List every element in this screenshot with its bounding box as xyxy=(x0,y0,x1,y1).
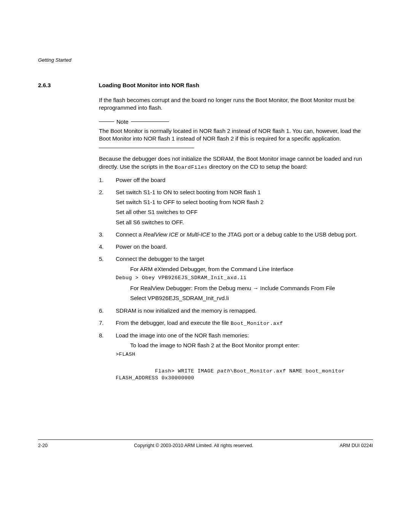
step-4: 4. Power on the board. xyxy=(99,243,373,251)
step-1: 1. Power off the board xyxy=(99,176,373,184)
arrow-icon: → xyxy=(253,285,258,291)
inline-code: BoardFiles xyxy=(175,165,207,170)
italic-term: Multi-ICE xyxy=(187,231,210,238)
step-line: Set all S6 switches to OFF. xyxy=(116,219,373,226)
section-title: Loading Boot Monitor into NOR flash xyxy=(99,82,199,88)
step-number: 2. xyxy=(99,189,116,226)
footer-row: 2-20 Copyright © 2003-2010 ARM Limited. … xyxy=(38,443,373,448)
step-content: Load the image into one of the NOR flash… xyxy=(116,332,373,392)
body-column: If the flash becomes corrupt and the boa… xyxy=(99,96,373,392)
step-text: Load the image into one of the NOR flash… xyxy=(116,332,373,339)
code-text: \Boot_Monitor.axf NAME boot_monitor FLAS… xyxy=(116,368,348,381)
text: From the debugger, load and execute the … xyxy=(116,320,231,326)
rule-line xyxy=(99,121,114,122)
code-line: Flash> WRITE IMAGE path\Boot_Monitor.axf… xyxy=(116,361,373,389)
section-heading: 2.6.3 Loading Boot Monitor into NOR flas… xyxy=(38,82,373,89)
step-content: Connect a RealView ICE or Multi-ICE to t… xyxy=(116,231,373,238)
sub-text: To load the image to NOR flash 2 at the … xyxy=(130,342,373,349)
doc-id: ARM DUI 0224I xyxy=(339,443,373,448)
footer-rule xyxy=(38,439,373,440)
step-3: 3. Connect a RealView ICE or Multi-ICE t… xyxy=(99,231,373,238)
note-label: Note xyxy=(114,118,131,126)
sub-text: Select VPB926EJS_SDRAM_Init_rvd.li xyxy=(130,294,373,302)
page: Getting Started 2.6.3 Loading Boot Monit… xyxy=(0,0,411,532)
step-number: 3. xyxy=(99,231,116,238)
text: to the JTAG port or a debug cable to the… xyxy=(210,231,357,238)
step-number: 8. xyxy=(99,332,116,392)
code-text: Flash> WRITE IMAGE xyxy=(155,368,217,374)
step-line: Set switch S1-1 to ON to select booting … xyxy=(116,189,373,196)
step-content: Connect the debugger to the target For A… xyxy=(116,255,373,302)
italic-term: RealView ICE xyxy=(143,231,178,238)
copyright: Copyright © 2003-2010 ARM Limited. All r… xyxy=(134,443,253,448)
steps-list: 1. Power off the board 2. Set switch S1-… xyxy=(99,176,373,392)
step-content: Set switch S1-1 to ON to select booting … xyxy=(116,189,373,226)
step-8: 8. Load the image into one of the NOR fl… xyxy=(99,332,373,392)
step-number: 7. xyxy=(99,319,116,327)
step-5: 5. Connect the debugger to the target Fo… xyxy=(99,255,373,302)
page-footer: 2-20 Copyright © 2003-2010 ARM Limited. … xyxy=(38,439,373,448)
text: Connect a xyxy=(116,231,143,238)
italic-path: path xyxy=(217,368,230,374)
sub-text: For ARM eXtended Debugger, from the Comm… xyxy=(130,265,373,273)
step-number: 1. xyxy=(99,176,116,184)
page-number: 2-20 xyxy=(38,443,48,448)
step-text: Connect the debugger to the target xyxy=(116,255,373,263)
sub-text: For RealView Debugger: From the Debug me… xyxy=(130,284,373,292)
code-line: Debug > Obey VPB926EJS_SDRAM_Init_axd.li xyxy=(116,275,373,281)
step-number: 5. xyxy=(99,255,116,302)
step-line: Set all other S1 switches to OFF xyxy=(116,208,373,216)
rule-line xyxy=(131,121,169,122)
note-rule-bottom xyxy=(99,148,194,148)
code-line: >FLASH xyxy=(116,351,373,358)
running-header: Getting Started xyxy=(38,57,373,63)
because-paragraph: Because the debugger does not initialize… xyxy=(99,155,373,171)
step-number: 6. xyxy=(99,307,116,315)
step-2: 2. Set switch S1-1 to ON to select booti… xyxy=(99,189,373,226)
step-text: Power on the board. xyxy=(116,243,373,251)
text: or xyxy=(178,231,187,238)
note-rule-top: Note xyxy=(99,118,373,126)
section-number: 2.6.3 xyxy=(38,82,97,88)
inline-code: Boot_Monitor.axf xyxy=(231,321,283,326)
step-text: Power off the board xyxy=(116,176,373,184)
text: For RealView Debugger: From the Debug me… xyxy=(130,285,253,291)
intro-paragraph: If the flash becomes corrupt and the boa… xyxy=(99,96,373,112)
note-text: The Boot Monitor is normally located in … xyxy=(99,127,373,143)
text: Include Commands From File xyxy=(258,285,335,291)
text: directory on the CD to setup the board: xyxy=(207,163,307,170)
step-number: 4. xyxy=(99,243,116,251)
step-6: 6. SDRAM is now initialized and the memo… xyxy=(99,307,373,315)
step-text: SDRAM is now initialized and the memory … xyxy=(116,307,373,315)
step-7: 7. From the debugger, load and execute t… xyxy=(99,319,373,327)
step-content: From the debugger, load and execute the … xyxy=(116,319,373,327)
step-line: Set switch S1-1 to OFF to select booting… xyxy=(116,198,373,206)
